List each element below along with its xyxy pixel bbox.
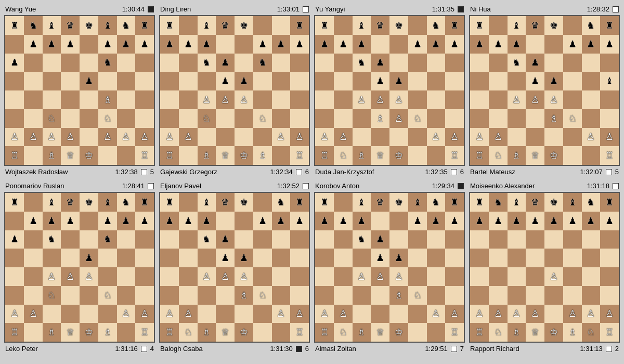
square: ♙	[61, 267, 80, 286]
square	[272, 146, 291, 165]
black-player-name: Wojtaszek Radoslaw	[5, 168, 68, 176]
piece: ♙	[202, 95, 211, 105]
square	[508, 286, 526, 305]
square	[334, 286, 353, 305]
square	[272, 286, 291, 305]
piece: ♟	[277, 40, 285, 49]
piece: ♔	[85, 328, 93, 337]
piece: ♛	[221, 198, 229, 207]
square: ♚	[389, 16, 408, 35]
black-player-info: 1:31:306	[270, 345, 309, 353]
piece: ♙	[184, 309, 192, 318]
game-cell: Ni Hua1:28:32♜♝♛♚♞♜♟♟♟♟♟♟♞♟♟♟♝♙♙♙♗♘♙♙♙♙♖…	[469, 4, 620, 177]
black-time: 1:29:51	[425, 345, 447, 353]
square: ♞	[427, 193, 446, 212]
square	[353, 72, 371, 90]
piece: ♙	[550, 95, 558, 105]
chess-board: ♜♝♛♚♜♟♟♟♟♟♟♞♟♞♟♟♙♙♙♘♘♙♙♙♙♖♗♕♔♗♖	[159, 15, 310, 166]
piece: ♟	[140, 216, 149, 226]
square: ♖	[160, 146, 179, 165]
piece: ♘	[339, 151, 347, 160]
square	[353, 305, 371, 323]
square	[5, 90, 24, 109]
piece: ♖	[320, 328, 329, 337]
square: ♟	[408, 35, 427, 54]
piece: ♟	[413, 216, 422, 226]
square	[5, 109, 24, 128]
square	[80, 109, 98, 128]
square: ♟	[389, 72, 408, 90]
square: ♙	[353, 90, 371, 109]
square: ♘	[43, 109, 61, 128]
game-header: Eljanov Pavel1:32:52	[159, 181, 310, 192]
square: ♙	[544, 267, 563, 286]
square: ♙	[582, 305, 601, 323]
piece: ♛	[66, 21, 74, 30]
piece: ♔	[85, 151, 93, 160]
square	[600, 54, 619, 72]
square	[160, 230, 179, 249]
square	[117, 90, 136, 109]
square	[427, 230, 446, 249]
game-header: Yu Yangyi1:31:35	[314, 4, 465, 15]
square	[135, 230, 154, 249]
black-color-indicator	[451, 346, 457, 352]
move-count: 6	[305, 345, 309, 353]
square: ♝	[563, 193, 582, 212]
square	[61, 72, 80, 90]
white-color-indicator	[458, 183, 464, 189]
square	[216, 212, 235, 230]
square: ♝	[508, 16, 526, 35]
square: ♚	[235, 193, 253, 212]
square: ♞	[508, 54, 526, 72]
square	[216, 109, 235, 128]
square: ♝	[98, 16, 117, 35]
square	[427, 267, 446, 286]
piece: ♘	[184, 328, 192, 337]
piece: ♟	[376, 76, 384, 86]
square	[582, 54, 601, 72]
square: ♟	[470, 35, 489, 54]
piece: ♞	[29, 21, 37, 30]
square	[80, 230, 98, 249]
piece: ♙	[605, 132, 614, 141]
square	[80, 128, 98, 147]
square: ♙	[389, 109, 408, 128]
square	[5, 286, 24, 305]
square	[272, 249, 291, 267]
black-player-name: Duda Jan-Krzysztof	[315, 168, 374, 176]
square	[470, 90, 489, 109]
square	[427, 72, 446, 90]
piece: ♜	[605, 198, 614, 207]
piece: ♟	[184, 216, 192, 226]
game-cell: Korobov Anton1:29:34♜♝♛♚♝♞♜♟♟♟♟♟♟♞♟♟♟♙♙♙…	[314, 181, 465, 354]
piece: ♘	[587, 328, 595, 337]
square	[389, 128, 408, 147]
square: ♝	[198, 193, 216, 212]
square: ♗	[98, 323, 117, 342]
square: ♖	[290, 323, 309, 342]
piece: ♟	[357, 216, 366, 226]
square: ♚	[544, 193, 563, 212]
black-player-info: 1:31:164	[115, 345, 154, 353]
square: ♟	[43, 35, 61, 54]
piece: ♟	[494, 216, 502, 226]
black-color-indicator	[606, 169, 612, 175]
game-cell: Ponomariov Ruslan1:28:41♜♝♛♚♝♞♜♟♟♟♟♟♟♟♞♞…	[4, 181, 155, 354]
white-player-info: 1:32:52	[277, 182, 309, 190]
piece: ♟	[47, 40, 56, 49]
square	[80, 54, 98, 72]
piece: ♟	[432, 40, 440, 49]
square	[544, 249, 563, 267]
square: ♗	[198, 146, 216, 165]
square	[43, 72, 61, 90]
chess-board: ♜♝♛♚♝♞♜♟♟♟♟♟♟♞♟♟♟♙♙♙♗♘♙♙♙♙♖♘♗♕♔♖	[314, 192, 465, 343]
square	[160, 286, 179, 305]
game-cell: Ding Liren1:33:01♜♝♛♚♜♟♟♟♟♟♟♞♟♞♟♟♙♙♙♘♘♙♙…	[159, 4, 310, 177]
square: ♙	[353, 267, 371, 286]
square	[253, 193, 272, 212]
piece: ♕	[221, 151, 229, 160]
square: ♙	[80, 267, 98, 286]
piece: ♕	[376, 151, 384, 160]
black-player-info: 1:32:356	[425, 168, 464, 176]
